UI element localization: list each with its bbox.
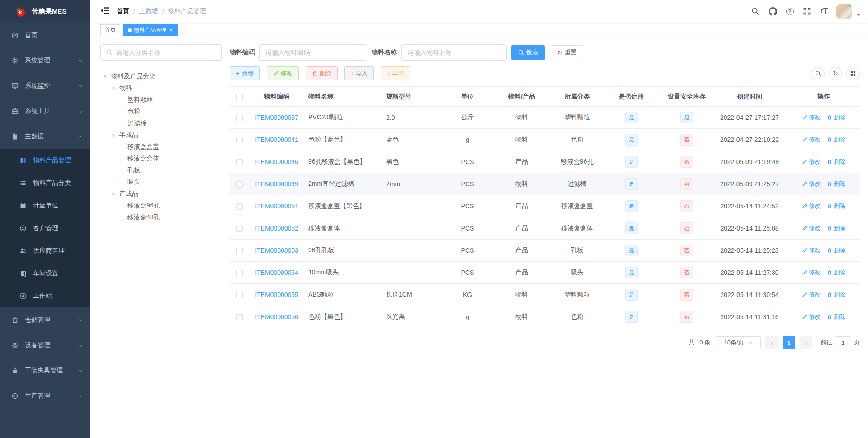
sidebar-item-system-monitor[interactable]: 系统监控 (0, 73, 90, 99)
avatar[interactable] (836, 4, 852, 19)
row-checkbox[interactable] (236, 181, 243, 188)
breadcrumb-master-data[interactable]: 主数据 (139, 7, 158, 15)
row-edit-button[interactable]: 修改 (802, 180, 821, 188)
delete-button[interactable]: 删除 (306, 66, 338, 80)
tree-node[interactable]: ▾ 色粉 (100, 106, 222, 118)
material-code-link[interactable]: ITEM00000051 (255, 203, 298, 210)
sidebar-item-system-tools[interactable]: 系统工具 (0, 99, 90, 124)
row-checkbox[interactable] (236, 203, 243, 210)
row-checkbox[interactable] (236, 270, 243, 276)
row-checkbox[interactable] (236, 292, 243, 298)
sidebar-item-supplier-mgmt[interactable]: 供应商管理 (0, 240, 90, 262)
row-delete-button[interactable]: 删除 (827, 268, 845, 277)
table-columns-button[interactable] (846, 67, 860, 80)
row-edit-button[interactable]: 修改 (802, 202, 821, 210)
material-code-link[interactable]: ITEM00000049 (255, 180, 298, 188)
sidebar-item-measure-unit[interactable]: 计量单位 (0, 194, 90, 217)
row-checkbox[interactable] (236, 226, 243, 232)
tree-node[interactable]: ▾ 吸头 (100, 176, 222, 188)
row-delete-button[interactable]: 删除 (827, 224, 845, 232)
material-code-link[interactable]: ITEM00000053 (255, 247, 298, 254)
sidebar-item-home[interactable]: 首页 (0, 23, 90, 48)
row-edit-button[interactable]: 修改 (802, 313, 821, 321)
row-edit-button[interactable]: 修改 (802, 268, 821, 277)
row-delete-button[interactable]: 删除 (827, 136, 845, 144)
tree-arrow-icon[interactable]: ▾ (104, 74, 111, 80)
search-button[interactable]: 搜索 (511, 45, 545, 60)
tree-arrow-icon[interactable]: ▾ (112, 85, 119, 91)
material-code-link[interactable]: ITEM00000055 (255, 291, 298, 298)
row-checkbox[interactable] (236, 137, 243, 143)
table-refresh-button[interactable]: ↻ (829, 67, 842, 80)
sidebar-item-material-product-mgmt[interactable]: 物料产品管理 (0, 149, 90, 172)
sidebar-item-production-mgmt[interactable]: 生产管理 (0, 383, 90, 409)
tree-node[interactable]: ▾ 移液盒盒体 (100, 153, 222, 165)
sidebar-item-material-category[interactable]: 物料产品分类 (0, 172, 90, 194)
row-edit-button[interactable]: 修改 (802, 158, 821, 166)
material-code-link[interactable]: ITEM00000056 (255, 313, 298, 320)
row-edit-button[interactable]: 修改 (802, 224, 821, 232)
material-code-input[interactable] (259, 44, 367, 61)
breadcrumb-home[interactable]: 首页 (117, 7, 129, 15)
material-code-link[interactable]: ITEM00000037 (255, 114, 298, 121)
category-search-input[interactable] (116, 49, 216, 56)
tree-node[interactable]: ▾ 移液盒96孔 (100, 200, 222, 212)
reset-button[interactable]: ↻ 重置 (551, 45, 583, 60)
sidebar-item-master-data[interactable]: 主数据 (0, 124, 90, 149)
row-delete-button[interactable]: 删除 (827, 202, 845, 210)
material-code-link[interactable]: ITEM00000054 (255, 269, 298, 276)
add-button[interactable]: + 新增 (230, 66, 260, 80)
material-code-link[interactable]: ITEM00000046 (255, 158, 298, 165)
sidebar-item-customer-mgmt[interactable]: 客户管理 (0, 217, 90, 240)
table-search-toggle-button[interactable] (811, 67, 825, 80)
row-edit-button[interactable]: 修改 (802, 291, 821, 299)
page-number-button[interactable]: 1 (783, 336, 795, 349)
prev-page-button[interactable]: ‹ (765, 336, 778, 349)
font-size-icon[interactable]: TT (816, 4, 832, 19)
tree-node[interactable]: ▾ 物料及产品分类 (100, 71, 222, 82)
tree-node[interactable]: ▾ 塑料颗粒 (100, 94, 222, 106)
material-code-link[interactable]: ITEM00000041 (255, 136, 298, 143)
header-search-icon[interactable] (748, 4, 763, 19)
sidebar-item-equipment-mgmt[interactable]: 设备管理 (0, 333, 90, 358)
github-icon[interactable] (765, 4, 780, 19)
row-delete-button[interactable]: 删除 (827, 180, 845, 188)
row-checkbox[interactable] (236, 314, 243, 320)
edit-button[interactable]: 修改 (267, 66, 299, 80)
fullscreen-icon[interactable] (799, 4, 815, 19)
row-delete-button[interactable]: 删除 (827, 113, 845, 122)
row-delete-button[interactable]: 删除 (827, 313, 845, 321)
tree-node[interactable]: ▾ 产成品 (100, 188, 222, 200)
next-page-button[interactable]: › (800, 336, 812, 349)
row-edit-button[interactable]: 修改 (802, 246, 821, 254)
row-checkbox[interactable] (236, 115, 243, 121)
tree-node[interactable]: ▾ 移液盒盒盖 (100, 141, 222, 153)
row-edit-button[interactable]: 修改 (802, 136, 821, 144)
tag-home[interactable]: 首页 (100, 24, 120, 36)
page-size-select[interactable]: 10条/页 (716, 336, 761, 349)
sidebar-item-tooling-fixture-mgmt[interactable]: 工装夹具管理 (0, 358, 90, 383)
sidebar-collapse-button[interactable] (100, 7, 110, 16)
tree-node[interactable]: ▾ 孔板 (100, 165, 222, 176)
row-delete-button[interactable]: 删除 (827, 246, 845, 254)
select-all-checkbox[interactable] (236, 94, 243, 100)
tree-node[interactable]: ▾ 过滤棉 (100, 118, 222, 129)
tree-node[interactable]: ▾ 物料 (100, 82, 222, 94)
sidebar-item-warehouse-mgmt[interactable]: 仓储管理 (0, 307, 90, 333)
row-checkbox[interactable] (236, 159, 243, 165)
export-button[interactable]: ↓ 导出 (381, 66, 410, 80)
material-code-link[interactable]: ITEM00000052 (255, 225, 298, 232)
import-button[interactable]: ↑ 导入 (344, 66, 374, 80)
row-delete-button[interactable]: 删除 (827, 158, 845, 166)
tree-arrow-icon[interactable]: ▾ (112, 132, 119, 138)
app-logo[interactable]: K 苦糖果MES (0, 0, 90, 23)
sidebar-item-workstation[interactable]: 工作站 (0, 285, 90, 307)
sidebar-item-system-admin[interactable]: 系统管理 (0, 48, 90, 73)
close-icon[interactable]: × (170, 27, 173, 33)
tree-node[interactable]: ▾ 移液盒48孔 (100, 212, 222, 223)
tree-node[interactable]: ▾ 半成品 (100, 129, 222, 141)
row-checkbox[interactable] (236, 248, 243, 254)
tree-arrow-icon[interactable]: ▾ (112, 191, 119, 197)
tag-material-product-mgmt[interactable]: 物料产品管理 × (123, 24, 178, 36)
goto-page-input[interactable] (835, 336, 851, 349)
